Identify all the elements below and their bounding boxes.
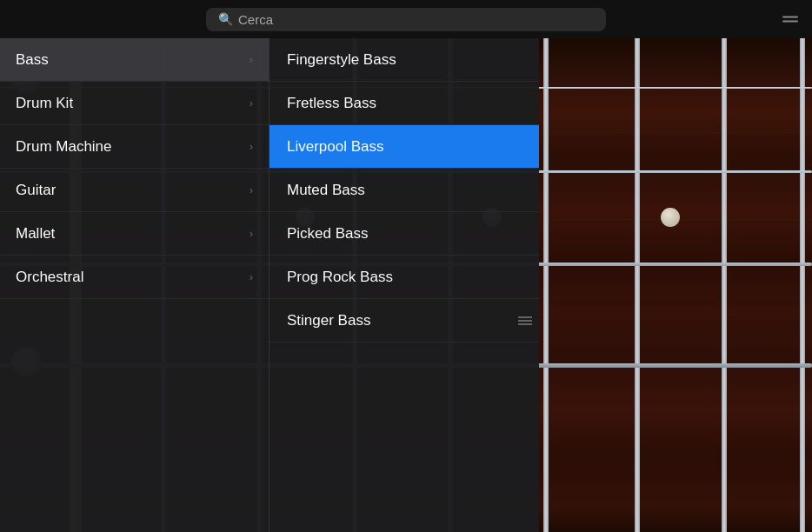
fret-marker bbox=[661, 208, 680, 227]
sidebar-item-bass[interactable]: Bass › bbox=[0, 38, 269, 82]
submenu-item-fretless-bass[interactable]: Fretless Bass bbox=[270, 82, 539, 125]
fret bbox=[800, 38, 805, 532]
submenu-item-stinger-bass[interactable]: Stinger Bass bbox=[270, 299, 539, 342]
chevron-right-icon: › bbox=[250, 183, 253, 196]
top-bar: 🔍 Cerca bbox=[0, 0, 812, 38]
chevron-right-icon: › bbox=[250, 227, 253, 240]
fret bbox=[722, 38, 727, 532]
submenu-item-fingerstyle-bass[interactable]: Fingerstyle Bass bbox=[270, 38, 539, 82]
sidebar-item-drum-kit[interactable]: Drum Kit › bbox=[0, 82, 269, 125]
chevron-right-icon: › bbox=[250, 270, 253, 283]
sidebar-item-mallet[interactable]: Mallet › bbox=[0, 212, 269, 256]
menu-icon[interactable] bbox=[782, 17, 798, 23]
sidebar-item-orchestral[interactable]: Orchestral › bbox=[0, 256, 269, 299]
search-icon: 🔍 bbox=[218, 12, 233, 26]
search-container[interactable]: 🔍 Cerca bbox=[206, 8, 606, 31]
sidebar-item-guitar[interactable]: Guitar › bbox=[0, 169, 269, 212]
submenu-item-picked-bass[interactable]: Picked Bass bbox=[270, 212, 539, 256]
search-placeholder: Cerca bbox=[238, 12, 273, 27]
fret bbox=[543, 38, 549, 532]
menu-overlay: Bass › Drum Kit › Drum Machine › Guitar … bbox=[0, 38, 539, 532]
submenu-item-muted-bass[interactable]: Muted Bass bbox=[270, 169, 539, 212]
submenu-item-liverpool-bass[interactable]: Liverpool Bass bbox=[270, 125, 539, 169]
sidebar-item-drum-machine[interactable]: Drum Machine › bbox=[0, 125, 269, 169]
bass-submenu: Fingerstyle Bass Fretless Bass Liverpool… bbox=[270, 38, 539, 532]
fret bbox=[635, 38, 640, 532]
chevron-right-icon: › bbox=[250, 53, 253, 66]
sidebar: Bass › Drum Kit › Drum Machine › Guitar … bbox=[0, 38, 270, 532]
submenu-item-prog-rock-bass[interactable]: Prog Rock Bass bbox=[270, 256, 539, 299]
chevron-right-icon: › bbox=[250, 140, 253, 153]
chevron-right-icon: › bbox=[250, 96, 253, 110]
scroll-indicator bbox=[518, 316, 532, 325]
